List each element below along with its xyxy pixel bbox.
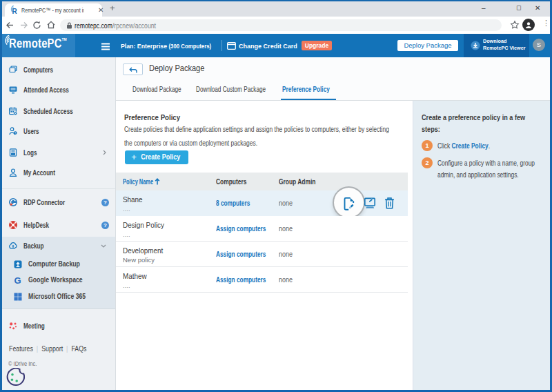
- svg-text:R: R: [12, 8, 18, 15]
- svg-text:G: G: [14, 276, 21, 284]
